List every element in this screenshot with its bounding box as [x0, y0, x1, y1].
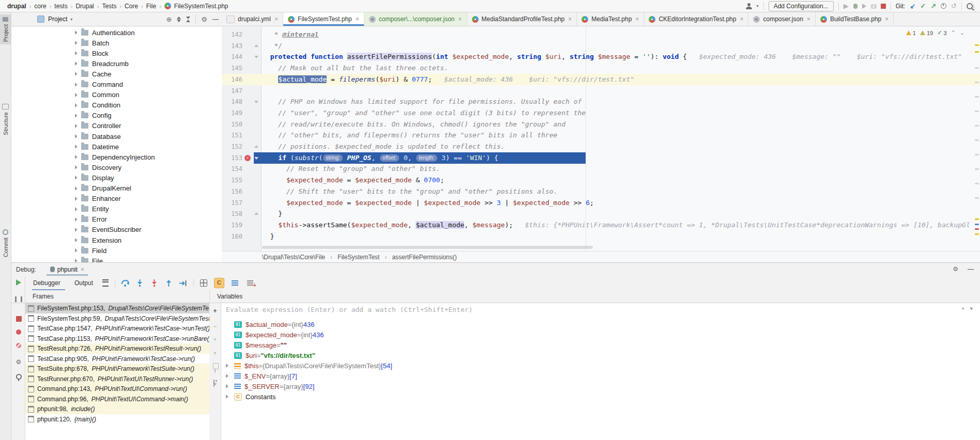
tree-item-Block[interactable]: Block — [11, 48, 222, 58]
frame-row[interactable]: phpunit:120, {main}() — [25, 414, 209, 425]
code-line-142[interactable]: 142 * @internal — [222, 29, 980, 40]
close-icon[interactable]: × — [885, 15, 889, 23]
mute-breakpoints-icon[interactable] — [14, 341, 23, 350]
step-out-icon[interactable] — [163, 278, 174, 288]
editor-breadcrumb-item[interactable]: \Drupal\Tests\Core\File — [262, 254, 325, 261]
frame-row[interactable]: FileSystemTest.php:59, Drupal\Tests\Core… — [25, 313, 209, 324]
chevron-right-icon[interactable] — [75, 72, 78, 76]
project-view-icon[interactable] — [37, 15, 44, 23]
add-watch-icon[interactable]: + — [209, 307, 221, 315]
tab-FileSystemTest.php[interactable]: FileSystemTest.php× — [283, 12, 364, 26]
gear-icon[interactable]: ⚙ — [953, 265, 958, 273]
close-icon[interactable]: × — [807, 15, 810, 23]
tree-item-Command[interactable]: Command — [11, 80, 222, 90]
frame-row[interactable]: TestSuite.php:678, PHPUnit\Framework\Tes… — [25, 364, 209, 374]
tree-item-Display[interactable]: Display — [11, 172, 222, 183]
tree-item-Datetime[interactable]: Datetime — [11, 142, 222, 152]
copy-icon[interactable] — [209, 365, 221, 372]
tab-composer\...\composer.json[interactable]: composer\...\composer.json× — [364, 12, 467, 26]
frames-list-icon[interactable] — [229, 278, 240, 288]
editor-breadcrumb-item[interactable]: FileSystemTest — [338, 254, 379, 261]
chevron-right-icon[interactable] — [75, 93, 78, 97]
chevron-right-icon[interactable] — [75, 165, 78, 169]
stop-button[interactable] — [14, 315, 23, 323]
breadcrumb-item[interactable]: Tests — [102, 3, 116, 10]
evaluate-expression-icon[interactable] — [198, 278, 209, 288]
step-into-icon[interactable] — [134, 278, 145, 288]
horizontal-scrollbar[interactable] — [262, 246, 593, 249]
close-icon[interactable]: × — [740, 15, 743, 23]
chevron-right-icon[interactable] — [75, 41, 78, 45]
tree-item-Batch[interactable]: Batch — [11, 38, 222, 48]
chevron-right-icon[interactable] — [75, 114, 78, 118]
tab-BuildTestBase.php[interactable]: BuildTestBase.php× — [816, 12, 894, 26]
variable-row-$expected_mode[interactable]: 01$expected_mode = {int} 436 — [221, 329, 980, 340]
locate-file-icon[interactable]: ⊕ — [166, 15, 172, 23]
code-line-148[interactable]: 148 // PHP on Windows has limited suppor… — [222, 96, 980, 107]
tab-output[interactable]: Output — [74, 279, 93, 287]
tree-item-Authentication[interactable]: Authentication — [11, 27, 222, 38]
chevron-down-icon[interactable]: ▾ — [70, 17, 72, 22]
tab-drupalci.yml[interactable]: drupalci.yml× — [222, 12, 283, 26]
fold-marker-icon[interactable] — [254, 212, 258, 215]
history-icon[interactable] — [941, 3, 946, 9]
frame-row[interactable]: TestCase.php:905, PHPUnit\Framework\Test… — [25, 354, 209, 364]
close-icon[interactable]: × — [81, 266, 84, 273]
breadcrumb-item[interactable]: Core — [125, 3, 138, 10]
variable-row-$_ENV[interactable]: $_ENV = {array} [7] — [221, 371, 980, 381]
close-icon[interactable]: × — [356, 15, 359, 23]
frame-row[interactable]: TestCase.php:1547, PHPUnit\Framework\Tes… — [25, 323, 209, 334]
chevron-right-icon[interactable] — [75, 228, 78, 232]
code-line-144[interactable]: 144 protected function assertFilePermiss… — [222, 51, 980, 62]
stripe-item-project[interactable]: Project — [0, 14, 11, 44]
variable-row-$_SERVER[interactable]: $_SERVER = {array} [92] — [221, 381, 980, 391]
settings-icon[interactable]: ⚙ — [14, 358, 23, 366]
run-to-cursor-icon[interactable] — [178, 278, 188, 288]
hide-panel-icon[interactable]: — — [968, 265, 974, 273]
variable-row-$this[interactable]: $this = {Drupal\Tests\Core\File\FileSyst… — [221, 360, 980, 371]
code-line-151[interactable]: 151 // "other" bits, and fileperms() ret… — [222, 130, 980, 141]
next-issue-icon[interactable]: ⌄ — [960, 29, 964, 36]
breadcrumb-item[interactable]: Drupal — [75, 3, 94, 10]
chevron-right-icon[interactable] — [75, 83, 78, 87]
close-icon[interactable]: × — [635, 15, 639, 23]
editor-breadcrumb-item[interactable]: assertFilePermissions() — [392, 254, 456, 261]
show-command-line-icon[interactable]: C — [214, 278, 224, 288]
variable-row-Constants[interactable]: CConstants — [221, 391, 980, 402]
add-watch-icon[interactable] — [245, 278, 255, 288]
frame-row[interactable]: phpunit:98, include() — [25, 404, 209, 414]
stop-icon[interactable] — [881, 4, 886, 9]
variable-row-$uri[interactable]: 01$uri = "vfs://dir/test.txt" — [221, 350, 980, 360]
move-up-icon[interactable]: ▲ — [209, 336, 221, 341]
inspection-weak-warning[interactable]: 19 — [920, 30, 933, 36]
tab-MediaTest.php[interactable]: MediaTest.php× — [577, 12, 644, 26]
chevron-right-icon[interactable] — [75, 145, 78, 149]
tab-debugger[interactable]: Debugger — [33, 279, 60, 287]
inspection-warning[interactable]: 1 — [906, 30, 916, 36]
fold-marker-icon[interactable] — [254, 44, 258, 47]
tab-CKEditorIntegrationTest.php[interactable]: CKEditorIntegrationTest.php× — [644, 12, 748, 26]
fold-marker-icon[interactable] — [254, 56, 258, 58]
code-line-153[interactable]: 153✓ if (substr(string: PHP_OS, offset: … — [222, 152, 980, 164]
hide-panel-icon[interactable]: — — [212, 15, 219, 23]
chevron-right-icon[interactable] — [75, 197, 78, 201]
code-line-146[interactable]: 146 $actual_mode = fileperms($uri) & 077… — [222, 74, 980, 85]
expand-all-icon[interactable] — [177, 17, 181, 22]
breadcrumb-item[interactable]: core — [34, 3, 46, 10]
tree-item-EventSubscriber[interactable]: EventSubscriber — [11, 225, 222, 235]
listen-debug-icon[interactable]: ((·)) — [871, 4, 876, 9]
fold-marker-icon[interactable] — [254, 145, 258, 148]
remove-watch-icon[interactable]: − — [209, 323, 221, 330]
chevron-right-icon[interactable] — [75, 124, 78, 128]
tab-MediaStandardProfileTest.php[interactable]: MediaStandardProfileTest.php× — [467, 12, 577, 26]
resume-button[interactable] — [14, 278, 23, 287]
code-line-143[interactable]: 143 */ — [222, 40, 980, 52]
pin-icon[interactable] — [14, 372, 23, 381]
code-line-152[interactable]: 152 // positions. $expected_mode is upda… — [222, 141, 980, 152]
code-line-149[interactable]: 149 // "user", "group" and "other" use o… — [222, 107, 980, 119]
fold-marker-icon[interactable] — [254, 101, 258, 103]
chevron-right-icon[interactable] — [75, 30, 78, 35]
chevron-right-icon[interactable] — [75, 217, 78, 222]
tree-item-Cache[interactable]: Cache — [11, 69, 222, 79]
step-over-icon[interactable] — [120, 278, 130, 288]
